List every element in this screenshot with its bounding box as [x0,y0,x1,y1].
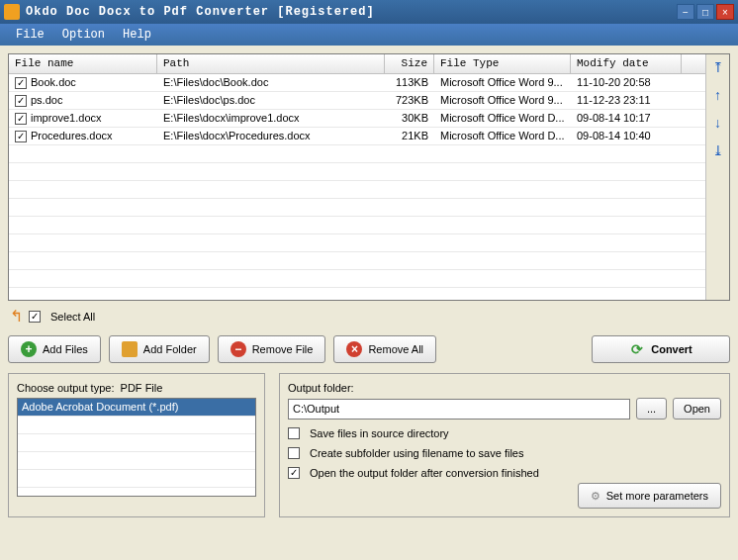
col-filename[interactable]: File name [9,54,157,73]
table-row[interactable]: ps.docE:\Files\doc\ps.doc723KBMicrosoft … [9,92,705,110]
output-type-list[interactable]: Adobe Acrobat Document (*.pdf) [17,398,256,497]
table-row [9,252,705,270]
close-button[interactable]: × [716,4,734,20]
reorder-panel: ⤒ ↑ ↓ ⤓ [705,54,729,300]
open-after-checkbox[interactable] [288,467,300,479]
set-more-parameters-button[interactable]: ⚙Set more parameters [578,483,721,509]
table-row[interactable]: Procedures.docxE:\Files\docx\Procedures.… [9,128,705,145]
browse-button[interactable]: ... [636,398,667,420]
remove-all-button[interactable]: ×Remove All [333,335,436,363]
save-in-source-label: Save files in source directory [310,427,449,439]
row-checkbox[interactable] [15,131,27,142]
add-folder-button[interactable]: Add Folder [109,335,210,363]
create-subfolder-label: Create subfolder using filename to save … [310,447,523,459]
table-row [9,181,705,199]
folder-icon [122,341,138,357]
menu-help[interactable]: Help [115,26,159,44]
row-checkbox[interactable] [15,77,27,89]
output-folder-input[interactable] [288,399,630,420]
convert-button[interactable]: ⟳Convert [592,335,730,363]
move-top-button[interactable]: ⤒ [709,58,727,76]
move-up-button[interactable]: ↑ [709,86,727,104]
move-down-button[interactable]: ↓ [709,114,727,132]
table-row[interactable]: Book.docE:\Files\doc\Book.doc113KBMicros… [9,74,705,92]
title-bar: Okdo Doc Docx to Pdf Converter [Register… [0,0,738,24]
file-list-header: File name Path Size File Type Modify dat… [9,54,705,74]
save-in-source-checkbox[interactable] [288,427,300,439]
col-filetype[interactable]: File Type [434,54,571,73]
table-row [9,288,705,300]
table-row[interactable]: improve1.docxE:\Files\docx\improve1.docx… [9,110,705,128]
remove-file-button[interactable]: −Remove File [218,335,326,363]
select-all-checkbox[interactable] [29,311,41,323]
plus-icon: + [21,341,37,357]
gear-icon: ⚙ [591,490,600,503]
minus-icon: − [231,341,246,357]
table-row [9,145,705,163]
table-row [9,234,705,252]
menu-option[interactable]: Option [54,26,113,44]
table-row [9,270,705,288]
add-files-button[interactable]: +Add Files [8,335,101,363]
convert-icon: ⟳ [629,341,645,357]
maximize-button[interactable]: □ [696,4,714,20]
table-row [9,217,705,234]
select-all-label: Select All [50,311,95,323]
file-list: File name Path Size File Type Modify dat… [8,53,730,301]
output-type-panel: Choose output type: PDF File Adobe Acrob… [8,373,265,517]
col-path[interactable]: Path [157,54,385,73]
output-type-option[interactable]: Adobe Acrobat Document (*.pdf) [18,399,255,417]
create-subfolder-checkbox[interactable] [288,447,300,459]
table-row [9,163,705,181]
row-checkbox[interactable] [15,95,27,107]
output-folder-panel: Output folder: ... Open Save files in so… [279,373,730,517]
up-folder-icon[interactable]: ↰ [10,307,23,326]
window-title: Okdo Doc Docx to Pdf Converter [Register… [26,5,675,19]
table-row [9,199,705,217]
app-icon [4,4,20,20]
open-folder-button[interactable]: Open [673,398,721,420]
remove-all-icon: × [346,341,362,357]
menu-bar: File Option Help [0,24,738,46]
output-folder-label: Output folder: [288,382,721,394]
minimize-button[interactable]: − [677,4,694,20]
menu-file[interactable]: File [8,26,52,44]
col-size[interactable]: Size [385,54,434,73]
col-modifydate[interactable]: Modify date [571,54,682,73]
open-after-label: Open the output folder after conversion … [310,467,539,479]
row-checkbox[interactable] [15,113,27,125]
output-type-value: PDF File [121,382,163,394]
move-bottom-button[interactable]: ⤓ [709,141,727,159]
output-type-label: Choose output type: [17,382,114,394]
